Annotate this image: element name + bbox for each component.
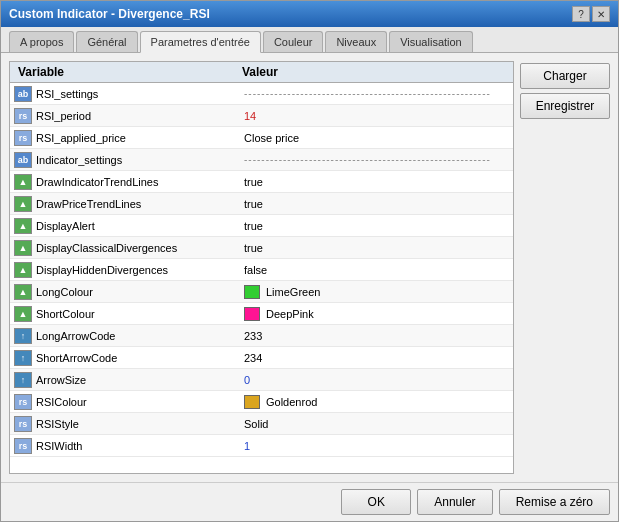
tab-niveaux[interactable]: Niveaux — [325, 31, 387, 52]
row-icon: ▲ — [14, 284, 32, 300]
tab-a-propos[interactable]: A propos — [9, 31, 74, 52]
row-value-normal: true — [244, 220, 263, 232]
tab-couleur[interactable]: Couleur — [263, 31, 324, 52]
row-icon: ▲ — [14, 240, 32, 256]
row-icon: rs — [14, 394, 32, 410]
table-row[interactable]: ab RSI_settings ------------------------… — [10, 83, 513, 105]
row-name: RSI_applied_price — [36, 132, 236, 144]
row-icon: ab — [14, 86, 32, 102]
table-row[interactable]: ▲ DisplayClassicalDivergences true — [10, 237, 513, 259]
row-value-normal: Solid — [244, 418, 268, 430]
row-value-normal: Close price — [244, 132, 299, 144]
row-value-blue: 0 — [244, 374, 250, 386]
table-row[interactable]: ↑ LongArrowCode 233 — [10, 325, 513, 347]
help-button[interactable]: ? — [572, 6, 590, 22]
table-row[interactable]: rs RSIWidth 1 — [10, 435, 513, 457]
table-row[interactable]: ▲ DisplayAlert true — [10, 215, 513, 237]
row-value: 1 — [236, 440, 509, 452]
parameters-table: Variable Valeur ab RSI_settings --------… — [9, 61, 514, 474]
row-icon: ▲ — [14, 218, 32, 234]
color-swatch — [244, 395, 260, 409]
row-value: true — [236, 242, 509, 254]
table-header: Variable Valeur — [10, 62, 513, 83]
color-swatch — [244, 307, 260, 321]
row-name: LongColour — [36, 286, 236, 298]
row-value-normal: true — [244, 198, 263, 210]
row-icon: ab — [14, 152, 32, 168]
table-row[interactable]: ▲ DisplayHiddenDivergences false — [10, 259, 513, 281]
row-value: true — [236, 198, 509, 210]
row-value-red: 14 — [244, 110, 256, 122]
tab-g-n-ral[interactable]: Général — [76, 31, 137, 52]
row-icon: ↑ — [14, 372, 32, 388]
table-row[interactable]: ▲ DrawPriceTrendLines true — [10, 193, 513, 215]
row-icon: ↑ — [14, 350, 32, 366]
separator-value: ----------------------------------------… — [244, 88, 491, 99]
row-value: LimeGreen — [236, 285, 509, 299]
row-value: 233 — [236, 330, 509, 342]
row-name: LongArrowCode — [36, 330, 236, 342]
table-row[interactable]: ▲ ShortColour DeepPink — [10, 303, 513, 325]
tab-parametres-d-entr-e[interactable]: Parametres d'entrée — [140, 31, 261, 53]
table-row[interactable]: rs RSIColour Goldenrod — [10, 391, 513, 413]
row-name: ShortColour — [36, 308, 236, 320]
remise-button[interactable]: Remise a zéro — [499, 489, 610, 515]
separator-value: ----------------------------------------… — [244, 154, 491, 165]
main-window: Custom Indicator - Divergence_RSI ? ✕ A … — [0, 0, 619, 522]
ok-button[interactable]: OK — [341, 489, 411, 515]
row-value-normal: true — [244, 176, 263, 188]
row-name: DrawPriceTrendLines — [36, 198, 236, 210]
header-variable: Variable — [14, 65, 234, 79]
row-name: RSIColour — [36, 396, 236, 408]
row-icon: rs — [14, 108, 32, 124]
table-row[interactable]: rs RSI_period 14 — [10, 105, 513, 127]
enregistrer-button[interactable]: Enregistrer — [520, 93, 610, 119]
row-icon: rs — [14, 438, 32, 454]
close-button[interactable]: ✕ — [592, 6, 610, 22]
row-value-blue: 1 — [244, 440, 250, 452]
row-icon: rs — [14, 416, 32, 432]
table-row[interactable]: ↑ ShortArrowCode 234 — [10, 347, 513, 369]
row-name: ArrowSize — [36, 374, 236, 386]
table-row[interactable]: ▲ LongColour LimeGreen — [10, 281, 513, 303]
tab-visualisation[interactable]: Visualisation — [389, 31, 473, 52]
row-value: ----------------------------------------… — [236, 88, 509, 99]
row-value-normal: true — [244, 242, 263, 254]
row-value: 14 — [236, 110, 509, 122]
table-row[interactable]: ▲ DrawIndicatorTrendLines true — [10, 171, 513, 193]
header-value: Valeur — [234, 65, 509, 79]
row-icon: ↑ — [14, 328, 32, 344]
row-name: RSIStyle — [36, 418, 236, 430]
title-buttons: ? ✕ — [572, 6, 610, 22]
row-value-color: Goldenrod — [266, 396, 317, 408]
row-icon: ▲ — [14, 196, 32, 212]
row-name: RSI_period — [36, 110, 236, 122]
row-name: DisplayHiddenDivergences — [36, 264, 236, 276]
row-name: Indicator_settings — [36, 154, 236, 166]
row-value: Solid — [236, 418, 509, 430]
row-value-color: DeepPink — [266, 308, 314, 320]
charger-button[interactable]: Charger — [520, 63, 610, 89]
content-area: Variable Valeur ab RSI_settings --------… — [1, 53, 618, 482]
table-body: ab RSI_settings ------------------------… — [10, 83, 513, 457]
side-buttons-panel: Charger Enregistrer — [520, 61, 610, 474]
row-value: Goldenrod — [236, 395, 509, 409]
table-row[interactable]: rs RSIStyle Solid — [10, 413, 513, 435]
row-value: 234 — [236, 352, 509, 364]
table-row[interactable]: ab Indicator_settings ------------------… — [10, 149, 513, 171]
table-row[interactable]: rs RSI_applied_price Close price — [10, 127, 513, 149]
annuler-button[interactable]: Annuler — [417, 489, 492, 515]
window-title: Custom Indicator - Divergence_RSI — [9, 7, 210, 21]
row-icon: rs — [14, 130, 32, 146]
row-value: ----------------------------------------… — [236, 154, 509, 165]
row-icon: ▲ — [14, 262, 32, 278]
row-value-normal: 233 — [244, 330, 262, 342]
tab-bar: A proposGénéralParametres d'entréeCouleu… — [1, 27, 618, 53]
table-row[interactable]: ↑ ArrowSize 0 — [10, 369, 513, 391]
row-value-normal: false — [244, 264, 267, 276]
title-bar: Custom Indicator - Divergence_RSI ? ✕ — [1, 1, 618, 27]
row-icon: ▲ — [14, 174, 32, 190]
row-value-normal: 234 — [244, 352, 262, 364]
row-name: RSIWidth — [36, 440, 236, 452]
row-value: 0 — [236, 374, 509, 386]
